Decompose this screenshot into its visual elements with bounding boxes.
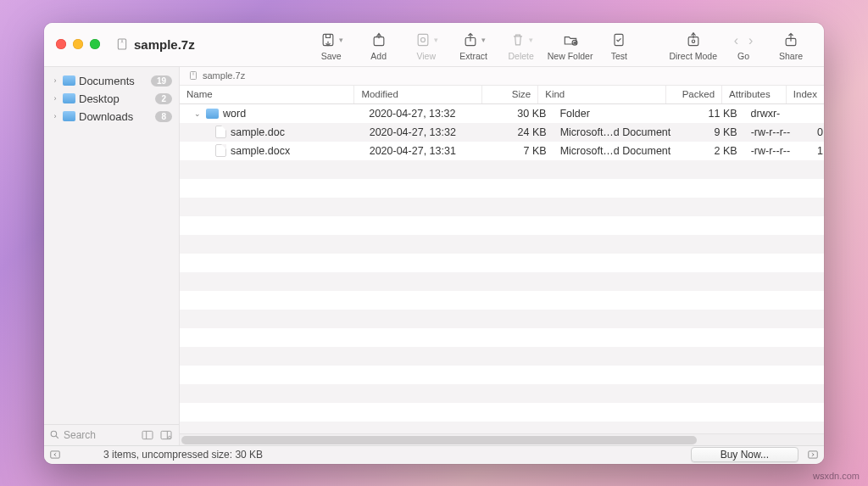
- direct-label: Direct Mode: [669, 51, 717, 61]
- watermark: wsxdn.com: [813, 471, 860, 481]
- column-header-packed[interactable]: Packed: [666, 86, 722, 103]
- row-index: 0: [810, 126, 824, 138]
- column-header-attributes[interactable]: Attributes: [722, 86, 787, 103]
- minimize-window-button[interactable]: [73, 39, 83, 49]
- test-button[interactable]: Test: [598, 31, 640, 61]
- direct-button[interactable]: Direct Mode: [669, 31, 717, 61]
- table-row-empty: [180, 347, 824, 366]
- sidebar-item-desktop[interactable]: ›Desktop2: [47, 90, 175, 108]
- svg-rect-7: [615, 34, 623, 45]
- table-row-empty: [180, 291, 824, 310]
- titlebar: sample.7z ▾SaveAdd▾View▾Extract▾DeleteNe…: [44, 23, 824, 67]
- sidebar-item-downloads[interactable]: ›Downloads8: [47, 108, 175, 126]
- go-label: Go: [737, 51, 749, 61]
- share-button[interactable]: Share: [770, 31, 812, 61]
- extract-button[interactable]: ▾Extract: [453, 31, 495, 61]
- row-size: 24 KB: [495, 126, 554, 138]
- delete-label: Delete: [509, 51, 534, 61]
- table-row-empty: [180, 310, 824, 328]
- disclosure-icon[interactable]: ›: [51, 94, 59, 103]
- main-panel: sample.7z Name Modified Size Kind Packed…: [180, 67, 824, 445]
- column-header-name[interactable]: Name: [180, 86, 354, 103]
- status-text: 3 items, uncompressed size: 30 KB: [70, 449, 682, 461]
- row-packed: 2 KB: [686, 145, 744, 157]
- search-input[interactable]: Search: [49, 429, 136, 441]
- forward-icon[interactable]: ›: [748, 33, 753, 48]
- column-header-kind[interactable]: Kind: [538, 86, 665, 103]
- add-label: Add: [370, 51, 387, 61]
- collapse-right-icon[interactable]: [807, 449, 819, 461]
- table-row-empty: [180, 272, 824, 291]
- folder-icon: [206, 109, 219, 119]
- path-segment: sample.7z: [203, 70, 245, 81]
- row-attributes: drwxr-: [744, 108, 810, 120]
- back-icon[interactable]: ‹: [734, 33, 738, 48]
- row-attributes: -rw-r--r--: [744, 145, 810, 157]
- search-placeholder: Search: [64, 429, 96, 441]
- sidebar: ›Documents19›Desktop2›Downloads8 Search: [44, 67, 180, 445]
- chevron-down-icon[interactable]: ▾: [481, 36, 486, 44]
- file-list[interactable]: ⌄word2020-04-27, 13:3230 KBFolder11 KBdr…: [180, 104, 824, 433]
- search-icon: [49, 429, 60, 440]
- svg-rect-13: [142, 431, 153, 439]
- file-icon: [215, 126, 226, 138]
- sidebar-item-label: Documents: [79, 75, 135, 87]
- row-kind: Microsoft…d Document: [554, 126, 686, 138]
- disclosure-icon[interactable]: ›: [51, 76, 59, 85]
- window-title-text: sample.7z: [134, 37, 195, 52]
- count-badge: 8: [155, 111, 172, 122]
- row-modified: 2020-04-27, 13:32: [363, 126, 495, 138]
- close-window-button[interactable]: [56, 39, 66, 49]
- buy-now-button[interactable]: Buy Now...: [691, 447, 798, 462]
- table-row[interactable]: sample.docx2020-04-27, 13:317 KBMicrosof…: [180, 142, 824, 160]
- row-index: 1: [810, 145, 824, 157]
- disclosure-icon[interactable]: ›: [51, 112, 59, 120]
- table-row-empty: [180, 198, 824, 216]
- table-row[interactable]: ⌄word2020-04-27, 13:3230 KBFolder11 KBdr…: [180, 104, 824, 123]
- svg-line-12: [56, 436, 58, 439]
- column-header-size[interactable]: Size: [482, 86, 538, 103]
- go-button[interactable]: ‹›Go: [722, 31, 765, 61]
- column-header-index[interactable]: Index: [787, 86, 824, 103]
- path-bar[interactable]: sample.7z: [180, 67, 824, 86]
- archive-icon: [188, 70, 198, 81]
- test-label: Test: [611, 51, 627, 61]
- chevron-down-icon: ▾: [434, 36, 438, 44]
- sidebar-item-documents[interactable]: ›Documents19: [47, 72, 175, 90]
- table-row-empty: [180, 422, 824, 433]
- newfolder-button[interactable]: New Folder: [548, 31, 593, 61]
- table-row-empty: [180, 235, 824, 254]
- disclosure-icon[interactable]: ⌄: [193, 109, 202, 118]
- column-header-modified[interactable]: Modified: [354, 86, 481, 103]
- chevron-down-icon: ▾: [529, 36, 533, 44]
- scrollbar-thumb[interactable]: [181, 436, 697, 444]
- row-modified: 2020-04-27, 13:31: [363, 145, 495, 157]
- add-button[interactable]: Add: [358, 31, 400, 61]
- toolbar: ▾SaveAdd▾View▾Extract▾DeleteNew FolderTe…: [310, 27, 812, 61]
- count-badge: 19: [151, 75, 172, 87]
- table-row-empty: [180, 216, 824, 235]
- folder-icon: [63, 93, 75, 103]
- horizontal-scrollbar[interactable]: [180, 433, 824, 445]
- svg-rect-3: [418, 34, 428, 45]
- sidebar-item-label: Downloads: [79, 110, 133, 123]
- row-kind: Microsoft…d Document: [554, 145, 686, 157]
- zoom-window-button[interactable]: [90, 39, 100, 49]
- sidebar-toggle-left-icon[interactable]: [140, 428, 155, 442]
- sidebar-footer: Search: [44, 424, 179, 445]
- file-icon: [215, 144, 226, 157]
- table-row-empty: [180, 254, 824, 272]
- collapse-left-icon[interactable]: [49, 449, 61, 461]
- table-row-empty: [180, 179, 824, 198]
- save-button[interactable]: ▾Save: [310, 31, 353, 61]
- chevron-down-icon[interactable]: ▾: [339, 36, 343, 44]
- table-row-empty: [180, 328, 824, 347]
- sidebar-toggle-right-icon[interactable]: [159, 428, 174, 442]
- folder-icon: [63, 75, 75, 86]
- row-attributes: -rw-r--r--: [744, 126, 810, 138]
- table-header: Name Modified Size Kind Packed Attribute…: [180, 86, 824, 104]
- svg-point-11: [51, 431, 56, 437]
- sidebar-tree: ›Documents19›Desktop2›Downloads8: [44, 67, 179, 424]
- row-name: sample.docx: [231, 145, 290, 157]
- table-row[interactable]: sample.doc2020-04-27, 13:3224 KBMicrosof…: [180, 123, 824, 142]
